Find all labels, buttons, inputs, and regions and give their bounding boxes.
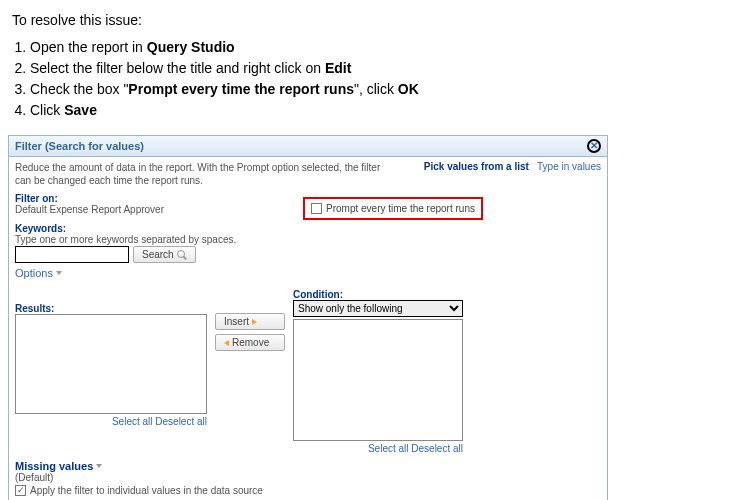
cond-deselect-all[interactable]: Deselect all <box>411 443 463 454</box>
arrow-left-icon <box>224 340 229 346</box>
search-icon <box>177 250 187 260</box>
prompt-checkbox[interactable] <box>311 203 322 214</box>
arrow-right-icon <box>252 319 257 325</box>
close-icon[interactable]: ✕ <box>587 139 601 153</box>
type-in-values-link[interactable]: Type in values <box>537 161 601 172</box>
chevron-down-icon <box>56 271 62 275</box>
condition-listbox[interactable] <box>293 319 463 441</box>
keywords-hint: Type one or more keywords separated by s… <box>15 234 601 245</box>
intro-text: To resolve this issue: <box>12 10 723 31</box>
condition-select[interactable]: Show only the following <box>293 300 463 317</box>
dialog-header: Filter (Search for values) ✕ <box>9 136 607 157</box>
dialog-description: Reduce the amount of data in the report.… <box>15 161 385 187</box>
chevron-down-icon <box>96 464 102 468</box>
results-deselect-all[interactable]: Deselect all <box>155 416 207 427</box>
prompt-checkbox-row[interactable]: Prompt every time the report runs <box>303 197 483 220</box>
keywords-input[interactable] <box>15 246 129 263</box>
step-1: Open the report in Query Studio <box>30 37 723 58</box>
apply-filter-label: Apply the filter to individual values in… <box>30 485 263 496</box>
keywords-label: Keywords: <box>15 223 601 234</box>
options-link[interactable]: Options <box>15 267 62 279</box>
filter-dialog: Filter (Search for values) ✕ Reduce the … <box>8 135 608 500</box>
step-3: Check the box "Prompt every time the rep… <box>30 79 723 100</box>
results-label: Results: <box>15 303 207 314</box>
remove-button[interactable]: Remove <box>215 334 285 351</box>
cond-select-all[interactable]: Select all <box>368 443 409 454</box>
results-listbox[interactable] <box>15 314 207 414</box>
prompt-label: Prompt every time the report runs <box>326 203 475 214</box>
results-select-all[interactable]: Select all <box>112 416 153 427</box>
dialog-title: Filter (Search for values) <box>15 140 144 152</box>
condition-label: Condition: <box>293 289 463 300</box>
pick-label: Pick values from a list <box>424 161 529 172</box>
apply-filter-checkbox[interactable]: ✓ <box>15 485 26 496</box>
missing-values-label[interactable]: Missing values <box>15 460 102 472</box>
step-2: Select the filter below the title and ri… <box>30 58 723 79</box>
instructions-block: To resolve this issue: Open the report i… <box>0 0 735 135</box>
search-button[interactable]: Search <box>133 246 196 263</box>
missing-default: (Default) <box>15 472 601 483</box>
step-4: Click Save <box>30 100 723 121</box>
insert-button[interactable]: Insert <box>215 313 285 330</box>
